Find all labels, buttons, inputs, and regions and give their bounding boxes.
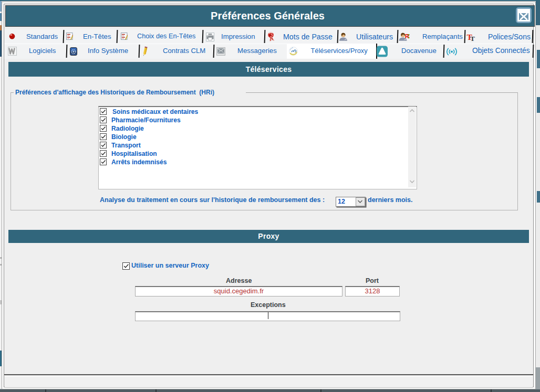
svg-text:T: T: [470, 35, 475, 41]
svg-text:R: R: [405, 33, 409, 39]
